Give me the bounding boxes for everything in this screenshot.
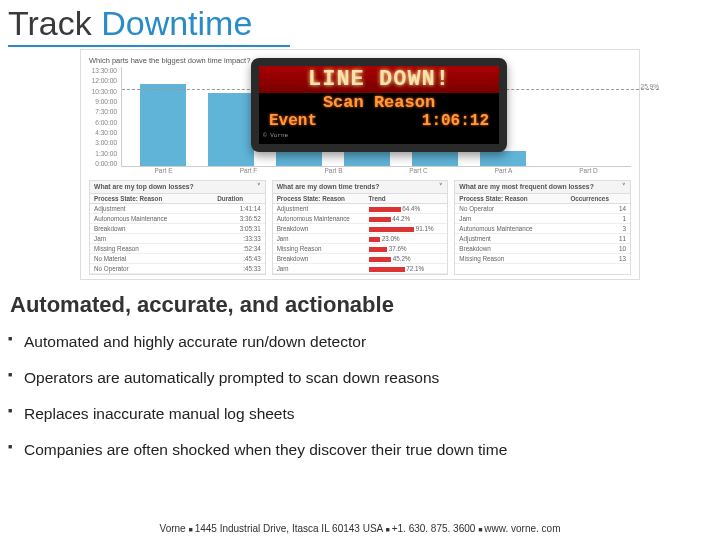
table-row: No Material:45:43 — [90, 254, 265, 264]
trend-pct: 91.1% — [414, 225, 434, 232]
y-tick: 4:30:00 — [89, 129, 117, 136]
cell: :33:33 — [213, 234, 264, 244]
cell: 44.2% — [365, 214, 448, 224]
y-tick: 13:30:00 — [89, 67, 117, 74]
led-copyright: © Vorne — [259, 132, 499, 140]
trend-pct: 44.2% — [391, 215, 411, 222]
bullet-item: Companies are often shocked when they di… — [24, 432, 704, 468]
cell: Adjustment — [90, 204, 213, 214]
y-axis: 13:30:0012:00:0010:30:009:00:007:30:006:… — [89, 67, 121, 167]
cell: 3:05:31 — [213, 224, 264, 234]
footer-company: Vorne — [160, 523, 186, 534]
cell: 3 — [566, 224, 630, 234]
x-axis-labels: Part EPart FPart BPart CPart APart D — [89, 167, 631, 174]
led-bottom-row: Event 1:06:12 — [259, 112, 499, 132]
cell: 91.1% — [365, 224, 448, 234]
cell: Breakdown — [455, 244, 566, 254]
chevron-down-icon: ˅ — [257, 183, 261, 191]
panel-header: What are my top down losses? ˅ — [90, 181, 265, 194]
bullet-item: Automated and highly accurate run/down d… — [24, 324, 704, 360]
reference-label: 25.9% — [641, 83, 659, 90]
cell: 37.6% — [365, 244, 448, 254]
cell: Jam — [90, 234, 213, 244]
bar — [208, 93, 254, 166]
bullet-list: Automated and highly accurate run/down d… — [0, 324, 720, 468]
table-row: Autonomous Maintenance3:36:52 — [90, 214, 265, 224]
col-header: Process State: Reason — [273, 194, 365, 204]
table-row: Jam 72.1% — [273, 264, 448, 274]
y-tick: 9:00:00 — [89, 98, 117, 105]
table-row: Adjustment1:41:14 — [90, 204, 265, 214]
led-event-label: Event — [269, 112, 317, 130]
col-header: Occurrences — [566, 194, 630, 204]
panel-header: What are my down time trends? ˅ — [273, 181, 448, 194]
bullet-item: Replaces inaccurate manual log sheets — [24, 396, 704, 432]
trend-bar — [369, 247, 388, 252]
panel-table: Process State: ReasonDurationAdjustment1… — [90, 194, 265, 274]
led-sign: LINE DOWN! Scan Reason Event 1:06:12 © V… — [251, 58, 507, 152]
cell: 10 — [566, 244, 630, 254]
x-tick: Part E — [121, 167, 206, 174]
chevron-down-icon: ˅ — [622, 183, 626, 191]
cell: 1 — [566, 214, 630, 224]
trend-bar — [369, 227, 415, 232]
table-row: Breakdown 91.1% — [273, 224, 448, 234]
x-tick: Part B — [291, 167, 376, 174]
trend-pct: 64.4% — [401, 205, 421, 212]
led-scan-reason: Scan Reason — [259, 93, 499, 112]
dashboard-screenshot: Which parts have the biggest down time i… — [80, 49, 640, 280]
table-row: Autonomous Maintenance 44.2% — [273, 214, 448, 224]
cell: Jam — [455, 214, 566, 224]
table-row: Missing Reason:52:34 — [90, 244, 265, 254]
cell: Autonomous Maintenance — [273, 214, 365, 224]
x-tick: Part D — [546, 167, 631, 174]
panel-trends: What are my down time trends? ˅ Process … — [272, 180, 449, 275]
panel-frequent: What are my most frequent down losses? ˅… — [454, 180, 631, 275]
led-timer: 1:06:12 — [422, 112, 489, 130]
cell: Missing Reason — [90, 244, 213, 254]
col-header: Process State: Reason — [90, 194, 213, 204]
cell: :45:33 — [213, 264, 264, 274]
table-row: Jam 23.0% — [273, 234, 448, 244]
footer: Vorne ■ 1445 Industrial Drive, Itasca IL… — [0, 523, 720, 534]
table-row: Jam1 — [455, 214, 630, 224]
trend-bar — [369, 237, 381, 242]
led-line-down: LINE DOWN! — [259, 66, 499, 93]
table-row: Breakdown10 — [455, 244, 630, 254]
panel-question: What are my top down losses? — [94, 183, 194, 191]
panel-header: What are my most frequent down losses? ˅ — [455, 181, 630, 194]
cell: Autonomous Maintenance — [90, 214, 213, 224]
trend-pct: 23.0% — [380, 235, 400, 242]
trend-bar — [369, 257, 392, 262]
cell: Adjustment — [455, 234, 566, 244]
cell: No Material — [90, 254, 213, 264]
y-tick: 1:30:00 — [89, 150, 117, 157]
chevron-down-icon: ˅ — [439, 183, 443, 191]
cell: Missing Reason — [273, 244, 365, 254]
y-tick: 3:00:00 — [89, 139, 117, 146]
subtitle: Automated, accurate, and actionable — [0, 284, 720, 324]
bar — [140, 84, 186, 166]
title-part1: Track — [8, 4, 101, 42]
page-title: Track Downtime — [0, 0, 720, 45]
y-tick: 6:00:00 — [89, 119, 117, 126]
cell: Autonomous Maintenance — [455, 224, 566, 234]
x-tick: Part A — [461, 167, 546, 174]
table-row: Adjustment11 — [455, 234, 630, 244]
table-row: Breakdown3:05:31 — [90, 224, 265, 234]
bullet-item: Operators are automatically prompted to … — [24, 360, 704, 396]
x-tick: Part C — [376, 167, 461, 174]
trend-pct: 37.6% — [387, 245, 407, 252]
col-header: Duration — [213, 194, 264, 204]
cell: 72.1% — [365, 264, 448, 274]
cell: 45.2% — [365, 254, 448, 264]
cell: Breakdown — [273, 254, 365, 264]
panel-table: Process State: ReasonOccurrencesNo Opera… — [455, 194, 630, 264]
trend-bar — [369, 267, 405, 272]
table-row: No Operator:45:33 — [90, 264, 265, 274]
cell: 14 — [566, 204, 630, 214]
cell: Breakdown — [90, 224, 213, 234]
panel-table: Process State: ReasonTrendAdjustment 64.… — [273, 194, 448, 274]
table-row: Jam:33:33 — [90, 234, 265, 244]
table-row: Autonomous Maintenance3 — [455, 224, 630, 234]
